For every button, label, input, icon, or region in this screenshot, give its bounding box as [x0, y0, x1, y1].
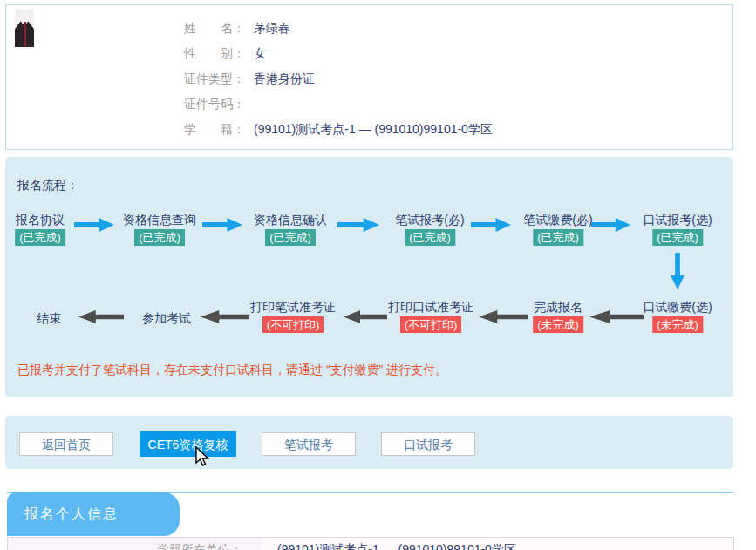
step-name: 笔试缴费(必) [523, 213, 592, 227]
field-value: 茅绿春 [254, 20, 290, 36]
flow-step-oral-register: 口试报考(选) (已完成) [643, 213, 712, 246]
step-name: 口试缴费(选) [643, 300, 712, 314]
arrow-right-icon [74, 218, 114, 232]
table-row-value: (99101)测试考点-1 — (991010)99101-0学区 [263, 538, 733, 550]
flow-step-qualification-query: 资格信息查询 (已完成) [123, 213, 196, 246]
personal-info-tab: 报名个人信息 [7, 492, 180, 536]
step-name: 资格信息确认 [254, 213, 327, 227]
step-name: 打印口试准考证 [388, 300, 473, 314]
flow-step-finish-registration: 完成报名 (未完成) [533, 300, 583, 333]
oral-exam-register-button[interactable]: 口试报考 [381, 432, 475, 456]
field-label: 证件类型： [184, 71, 257, 86]
field-value: 香港身份证 [254, 71, 315, 86]
flow-step-print-written-ticket: 打印笔试准考证 (不可打印) [250, 300, 336, 333]
status-badge: (已完成) [134, 229, 185, 246]
written-exam-register-button[interactable]: 笔试报考 [262, 432, 356, 456]
step-name: 报名协议 [15, 213, 65, 227]
action-buttons-panel: 返回首页 CET6资格复核 笔试报考 口试报考 [5, 416, 733, 469]
step-name: 资格信息查询 [123, 213, 196, 227]
field-label: 学 籍： [184, 121, 257, 137]
arrow-left-icon [201, 310, 249, 323]
arrow-down-icon [671, 253, 684, 289]
arrow-left-icon [78, 310, 124, 323]
flow-step-take-exam: 参加考试 [142, 311, 191, 327]
status-badge: (已完成) [405, 229, 455, 246]
mouse-cursor-icon [195, 446, 210, 467]
step-name: 完成报名 [533, 300, 583, 314]
field-label: 性 别： [184, 45, 257, 61]
step-name: 口试报考(选) [643, 213, 712, 227]
personal-info-table: 学籍所在单位： (99101)测试考点-1 — (991010)99101-0学… [7, 537, 734, 550]
flow-step-written-pay: 笔试缴费(必) (已完成) [523, 213, 592, 246]
status-badge: (未完成) [652, 316, 703, 333]
payment-notice: 已报考并支付了笔试科目，存在未支付口试科目，请通过 “支付缴费” 进行支付。 [17, 363, 447, 378]
arrow-right-icon [471, 218, 511, 232]
flow-step-print-oral-ticket: 打印口试准考证 (不可打印) [388, 300, 473, 333]
table-row-label: 学籍所在单位： [8, 538, 262, 550]
status-badge: (未完成) [533, 316, 583, 333]
status-badge: (不可打印) [400, 316, 462, 333]
field-value: 女 [254, 45, 266, 61]
status-badge: (不可打印) [262, 316, 324, 333]
status-badge: (已完成) [652, 229, 703, 246]
arrow-left-icon [344, 310, 387, 323]
flow-title: 报名流程： [17, 178, 78, 194]
flow-step-written-register: 笔试报考(必) (已完成) [395, 213, 464, 246]
cet6-qualification-review-button[interactable]: CET6资格复核 [140, 431, 236, 457]
profile-panel: 姓 名： 茅绿春 性 别： 女 证件类型： 香港身份证 证件号码： 学 籍： (… [5, 4, 733, 150]
arrow-right-icon [591, 218, 630, 232]
page: 姓 名： 茅绿春 性 别： 女 证件类型： 香港身份证 证件号码： 学 籍： (… [0, 0, 756, 550]
field-label: 姓 名： [184, 20, 257, 36]
flow-step-qualification-confirm: 资格信息确认 (已完成) [254, 213, 327, 246]
flow-step-agreement: 报名协议 (已完成) [15, 213, 65, 246]
arrow-right-icon [337, 218, 379, 232]
status-badge: (已完成) [265, 229, 316, 246]
field-value: (99101)测试考点-1 — (991010)99101-0学区 [254, 121, 493, 137]
tie-shape [24, 22, 26, 47]
arrow-left-icon [479, 310, 528, 323]
status-badge: (已完成) [15, 229, 65, 246]
registration-flow-panel: 报名流程： 报名协议 (已完成) 资格信息查询 (已完成) 资格信息确认 (已完… [5, 157, 733, 397]
step-name: 打印笔试准考证 [250, 300, 336, 314]
status-badge: (已完成) [533, 229, 583, 246]
back-home-button[interactable]: 返回首页 [19, 432, 113, 456]
arrow-right-icon [202, 218, 242, 232]
step-name: 笔试报考(必) [395, 213, 464, 227]
personal-info-tab-title: 报名个人信息 [24, 506, 119, 524]
id-photo [15, 10, 34, 47]
field-label: 证件号码： [184, 96, 257, 112]
arrow-left-icon [589, 310, 644, 323]
flow-step-oral-pay: 口试缴费(选) (未完成) [643, 300, 712, 333]
flow-step-end: 结束 [37, 311, 61, 327]
